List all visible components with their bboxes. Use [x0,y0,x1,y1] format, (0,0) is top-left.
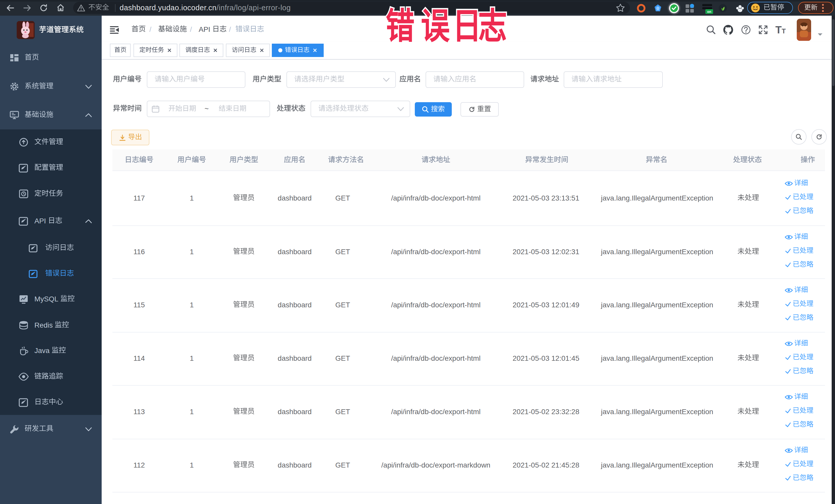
svg-text:on: on [707,10,711,14]
